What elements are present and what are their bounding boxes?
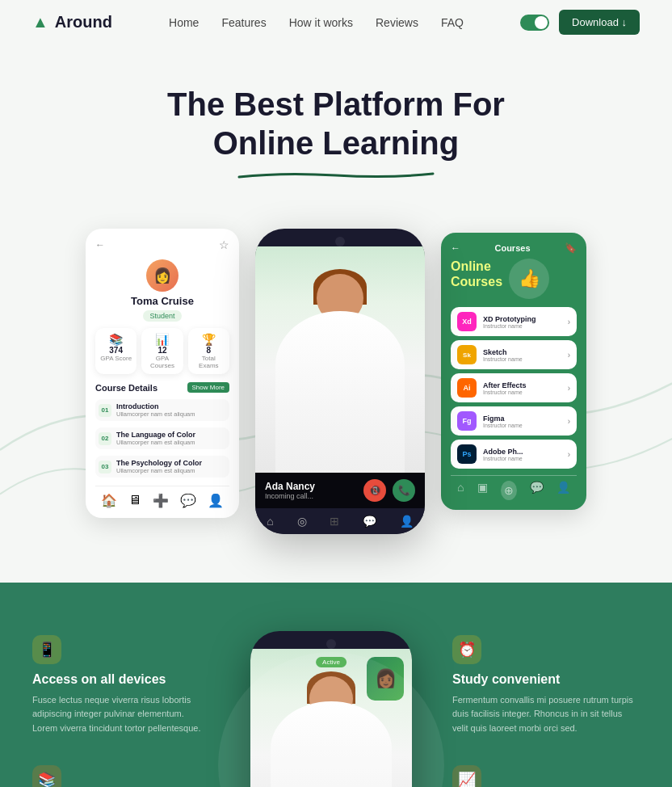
course-card-ae: Ai After Effects Instructor name › — [451, 373, 577, 402]
library-icon: 📚 — [32, 765, 61, 788]
exams-label: Total Exams — [191, 355, 226, 369]
stat-gpa: 📚 374 GPA Score — [95, 328, 136, 374]
camera-green — [326, 639, 336, 649]
phone-stats: 📚 374 GPA Score 📊 12 GPA Courses 🏆 8 Tot… — [95, 328, 229, 374]
access-title: Access on all devices — [32, 672, 210, 687]
ae-logo: Ai — [457, 378, 477, 398]
nav-reviews[interactable]: Reviews — [376, 16, 418, 29]
course-details-title: Course Details — [95, 383, 158, 393]
nav-how-it-works[interactable]: How it works — [289, 16, 353, 29]
features-right: ⏰ Study convenient Fermentum convallis m… — [452, 635, 640, 787]
caller-status: Incoming call... — [265, 492, 315, 500]
stat-exams: 🏆 8 Total Exams — [188, 328, 229, 374]
course-card-ps: Ps Adobe Ph... Instructor name › — [451, 440, 577, 469]
gpa-icon: 📚 — [99, 333, 133, 346]
phone-center-nav: ⌂ ◎ ⊞ 💬 👤 — [255, 508, 425, 534]
star-icon-left: ☆ — [219, 238, 229, 251]
hero-title: The Best Platform For Online Learning — [32, 85, 640, 162]
phone-left: ← ☆ 👩 Toma Cruise Student 📚 374 GPA Scor… — [86, 229, 239, 518]
center-nav-user: 👤 — [400, 515, 414, 528]
courses-val: 12 — [145, 346, 179, 355]
logo-icon: ▲ — [32, 13, 48, 32]
pr-nav-3: 💬 — [530, 481, 544, 500]
center-nav-search: ◎ — [297, 515, 307, 528]
nav-icon-4: 💬 — [180, 493, 196, 508]
course-card-figma: Fg Figma Instructor name › — [451, 406, 577, 436]
back-arrow-right: ← — [451, 242, 460, 254]
navbar: ▲ Around Home Features How it works Revi… — [0, 0, 672, 44]
nav-icon-3: ➕ — [153, 493, 169, 508]
pr-nav-1: ⌂ — [457, 481, 464, 500]
user-name-left: Toma Cruise — [95, 295, 229, 307]
tracking-icon: 📈 — [452, 765, 481, 788]
hero-underline — [231, 170, 441, 180]
download-button[interactable]: Download ↓ — [559, 10, 640, 35]
course-card-sketch: Sk Sketch Instructor name › — [451, 340, 577, 369]
course-item-2: 02 The Language of Color Ullamcorper nam… — [95, 427, 229, 449]
show-more-btn[interactable]: Show More — [187, 382, 229, 393]
access-icon: 📱 — [32, 635, 61, 664]
center-nav-home: ⌂ — [267, 515, 273, 528]
pr-nav-add: ⊕ — [501, 481, 517, 500]
features-section: 📱 Access on all devices Fusce lectus neq… — [0, 583, 672, 787]
user-badge-left: Student — [143, 310, 181, 322]
nav-icon-1: 🏠 — [101, 493, 117, 508]
bottom-nav-left: 🏠 🖥 ➕ 💬 👤 — [95, 486, 229, 508]
phone-call-bar: Ada Nancy Incoming call... 📵 📞 — [255, 473, 425, 508]
call-accept-button[interactable]: 📞 — [393, 479, 415, 502]
nav-features[interactable]: Features — [221, 16, 266, 29]
course-item-1: 01 Introduction Ullamcorper nam est aliq… — [95, 399, 229, 421]
exams-val: 8 — [191, 346, 226, 355]
nav-icon-5: 👤 — [208, 493, 224, 508]
feature-access: 📱 Access on all devices Fusce lectus neq… — [32, 635, 210, 736]
ps-logo: Ps — [457, 444, 477, 464]
bottom-nav-right: ⌂ ▣ ⊕ 💬 👤 — [451, 475, 577, 500]
course-item-3: 03 The Psychology of Color Ullamcorper n… — [95, 456, 229, 478]
online-courses-title: OnlineCourses — [451, 259, 502, 289]
features-left: 📱 Access on all devices Fusce lectus neq… — [32, 635, 210, 787]
nav-home[interactable]: Home — [169, 16, 199, 29]
nav-right: Download ↓ — [520, 10, 640, 35]
courses-list-right: Xd XD Prototyping Instructor name › Sk S… — [451, 307, 577, 469]
gpa-val: 374 — [99, 346, 133, 355]
feature-tracking: 📈 Tracking results Arcu mi aliquet vel p… — [452, 765, 640, 788]
exams-icon: 🏆 — [191, 333, 226, 346]
study-desc: Fermentum convallis mi posuere rutrum tu… — [452, 693, 640, 736]
stat-courses: 📊 12 GPA Courses — [141, 328, 183, 374]
logo[interactable]: ▲ Around — [32, 13, 112, 32]
hero-section: The Best Platform For Online Learning — [0, 44, 672, 229]
courses-icon: 📊 — [145, 333, 179, 346]
phone-camera — [335, 237, 345, 246]
pr-nav-4: 👤 — [556, 481, 570, 500]
theme-toggle[interactable] — [520, 15, 549, 31]
feature-study: ⏰ Study convenient Fermentum convallis m… — [452, 635, 640, 736]
gpa-label: GPA Score — [99, 355, 133, 362]
access-desc: Fusce lectus neque viverra risus loborti… — [32, 693, 210, 736]
study-title: Study convenient — [452, 672, 640, 687]
figma-logo: Fg — [457, 411, 477, 431]
phone-right: ← Courses 🔖 OnlineCourses 👍 Xd XD Protot… — [441, 233, 586, 510]
feature-library: 📚 Large online library Vulputate convall… — [32, 765, 210, 788]
course-card-xd: Xd XD Prototyping Instructor name › — [451, 307, 577, 336]
pr-nav-2: ▣ — [477, 481, 488, 500]
study-icon: ⏰ — [452, 635, 481, 664]
nav-faq[interactable]: FAQ — [441, 16, 464, 29]
theme-toggle-wrap — [520, 15, 549, 31]
call-actions: 📵 📞 — [363, 479, 415, 502]
center-nav-chat: 💬 — [363, 515, 376, 528]
nav-links: Home Features How it works Reviews FAQ — [169, 15, 464, 30]
courses-label: GPA Courses — [145, 355, 179, 369]
user-avatar-left: 👩 — [146, 259, 178, 292]
courses-decoration: 👍 — [509, 259, 549, 299]
caller-name: Ada Nancy — [265, 481, 315, 492]
logo-text: Around — [55, 13, 112, 32]
xd-logo: Xd — [457, 312, 477, 331]
features-content: 📱 Access on all devices Fusce lectus neq… — [32, 631, 640, 787]
sketch-logo: Sk — [457, 345, 477, 364]
phones-section: ← ☆ 👩 Toma Cruise Student 📚 374 GPA Scor… — [0, 229, 672, 583]
back-arrow-left: ← — [95, 239, 105, 250]
phone-screen: Active 👩🏾 — [255, 246, 425, 473]
call-end-button[interactable]: 📵 — [363, 479, 386, 502]
phone-center: Active 👩🏾 Ada Nancy Incoming call... 📵 📞 — [255, 229, 425, 534]
toggle-knob — [535, 16, 548, 29]
